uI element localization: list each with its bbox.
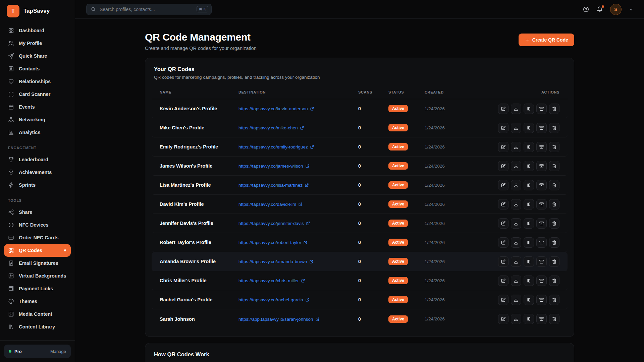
sidebar-item-achievements[interactable]: Achievements (4, 166, 71, 179)
sidebar-item-leaderboard[interactable]: Leaderboard (4, 153, 71, 166)
search-input[interactable] (100, 7, 193, 12)
destination-link[interactable]: https://tapsavvy.co/robert-taylor (238, 240, 308, 245)
archive-qr-button[interactable] (536, 104, 547, 114)
delete-qr-button[interactable] (549, 295, 559, 305)
sidebar-item-content-library[interactable]: Content Library (4, 320, 71, 333)
pause-qr-button[interactable] (524, 314, 534, 324)
pause-qr-button[interactable] (524, 295, 534, 305)
destination-link[interactable]: https://tapsavvy.co/amanda-brown (238, 259, 314, 264)
edit-qr-button[interactable] (498, 199, 508, 209)
help-button[interactable] (583, 6, 589, 13)
download-qr-button[interactable] (511, 237, 521, 248)
edit-qr-button[interactable] (498, 276, 508, 286)
edit-qr-button[interactable] (498, 104, 508, 114)
edit-qr-button[interactable] (498, 295, 508, 305)
pause-qr-button[interactable] (524, 180, 534, 190)
edit-qr-button[interactable] (498, 237, 508, 248)
pause-qr-button[interactable] (524, 123, 534, 133)
edit-qr-button[interactable] (498, 180, 508, 190)
download-qr-button[interactable] (511, 256, 521, 267)
delete-qr-button[interactable] (549, 104, 559, 114)
destination-link[interactable]: https://tapsavvy.co/james-wilson (238, 164, 310, 169)
archive-qr-button[interactable] (536, 276, 547, 286)
pause-qr-button[interactable] (524, 276, 534, 286)
edit-qr-button[interactable] (498, 161, 508, 171)
destination-link[interactable]: https://tapsavvy.co/emily-rodriguez (238, 144, 314, 149)
sidebar-item-quick-share[interactable]: Quick Share (4, 50, 71, 62)
sidebar-item-email-signatures[interactable]: Email Signatures (4, 257, 71, 269)
delete-qr-button[interactable] (549, 276, 559, 286)
sidebar-item-card-scanner[interactable]: Card Scanner (4, 88, 71, 101)
destination-link[interactable]: https://app.tapsavvy.io/sarah-johnson (238, 317, 320, 322)
notifications-button[interactable] (596, 6, 603, 13)
destination-link[interactable]: https://tapsavvy.co/chris-miller (238, 278, 305, 283)
destination-link[interactable]: https://tapsavvy.co/lisa-martinez (238, 183, 309, 188)
edit-qr-button[interactable] (498, 314, 508, 324)
edit-qr-button[interactable] (498, 123, 508, 133)
sidebar-item-themes[interactable]: Themes (4, 295, 71, 308)
search-box[interactable]: ⌘ K (86, 4, 212, 15)
archive-qr-button[interactable] (536, 256, 547, 267)
sidebar-item-contacts[interactable]: Contacts (4, 62, 71, 75)
archive-qr-button[interactable] (536, 180, 547, 190)
sidebar-item-analytics[interactable]: Analytics (4, 126, 71, 139)
user-avatar[interactable]: S (610, 4, 622, 15)
download-qr-button[interactable] (511, 180, 521, 190)
archive-qr-button[interactable] (536, 237, 547, 248)
download-qr-button[interactable] (511, 199, 521, 209)
destination-link[interactable]: https://tapsavvy.co/mike-chen (238, 125, 304, 130)
destination-link[interactable]: https://tapsavvy.co/kevin-anderson (238, 106, 314, 111)
sidebar-item-share[interactable]: Share (4, 206, 71, 219)
delete-qr-button[interactable] (549, 237, 559, 248)
sidebar-item-sprints[interactable]: Sprints (4, 179, 71, 191)
delete-qr-button[interactable] (549, 180, 559, 190)
sidebar-item-events[interactable]: Events (4, 101, 71, 113)
create-qr-code-button[interactable]: Create QR Code (519, 34, 574, 46)
edit-qr-button[interactable] (498, 256, 508, 267)
archive-qr-button[interactable] (536, 218, 547, 229)
delete-qr-button[interactable] (549, 123, 559, 133)
pause-qr-button[interactable] (524, 199, 534, 209)
sidebar-item-virtual-backgrounds[interactable]: Virtual Backgrounds (4, 269, 71, 282)
archive-qr-button[interactable] (536, 199, 547, 209)
download-qr-button[interactable] (511, 276, 521, 286)
download-qr-button[interactable] (511, 142, 521, 152)
archive-qr-button[interactable] (536, 295, 547, 305)
sidebar-item-dashboard[interactable]: Dashboard (4, 24, 71, 37)
sidebar-item-order-nfc-cards[interactable]: Order NFC Cards (4, 231, 71, 244)
edit-qr-button[interactable] (498, 218, 508, 229)
pause-qr-button[interactable] (524, 104, 534, 114)
delete-qr-button[interactable] (549, 199, 559, 209)
sidebar-item-payment-links[interactable]: Payment Links (4, 282, 71, 295)
download-qr-button[interactable] (511, 314, 521, 324)
download-qr-button[interactable] (511, 161, 521, 171)
archive-qr-button[interactable] (536, 314, 547, 324)
download-qr-button[interactable] (511, 123, 521, 133)
pause-qr-button[interactable] (524, 237, 534, 248)
pause-qr-button[interactable] (524, 218, 534, 229)
destination-link[interactable]: https://tapsavvy.co/david-kim (238, 202, 303, 207)
download-qr-button[interactable] (511, 218, 521, 229)
chevron-down-icon[interactable] (629, 7, 634, 12)
pause-qr-button[interactable] (524, 161, 534, 171)
sidebar-item-media-content[interactable]: Media Content (4, 308, 71, 320)
sidebar-item-nfc-devices[interactable]: NFC Devices (4, 219, 71, 231)
pause-qr-button[interactable] (524, 142, 534, 152)
delete-qr-button[interactable] (549, 142, 559, 152)
archive-qr-button[interactable] (536, 161, 547, 171)
edit-qr-button[interactable] (498, 142, 508, 152)
pause-qr-button[interactable] (524, 256, 534, 267)
delete-qr-button[interactable] (549, 218, 559, 229)
sidebar-item-relationships[interactable]: Relationships (4, 75, 71, 88)
destination-link[interactable]: https://tapsavvy.co/rachel-garcia (238, 297, 310, 302)
destination-link[interactable]: https://tapsavvy.co/jennifer-davis (238, 221, 310, 226)
delete-qr-button[interactable] (549, 256, 559, 267)
archive-qr-button[interactable] (536, 123, 547, 133)
sidebar-item-my-profile[interactable]: My Profile (4, 37, 71, 50)
delete-qr-button[interactable] (549, 161, 559, 171)
download-qr-button[interactable] (511, 295, 521, 305)
delete-qr-button[interactable] (549, 314, 559, 324)
sidebar-item-qr-codes[interactable]: QR Codes (4, 244, 71, 257)
archive-qr-button[interactable] (536, 142, 547, 152)
download-qr-button[interactable] (511, 104, 521, 114)
